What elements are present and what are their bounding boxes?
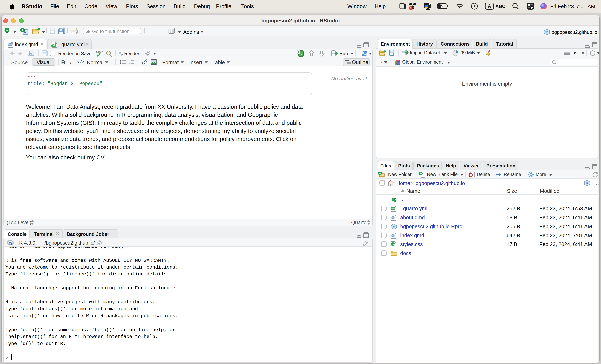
svg-text:ABC: ABC	[95, 50, 103, 54]
svg-text:1: 1	[128, 59, 130, 62]
svg-text:R: R	[9, 241, 13, 246]
svg-text:CSS: CSS	[391, 243, 395, 246]
svg-text:YML: YML	[391, 207, 395, 210]
svg-text:R: R	[393, 225, 395, 228]
svg-text:1: 1	[410, 6, 411, 10]
svg-text:2: 2	[128, 62, 130, 65]
svg-text:YML: YML	[51, 44, 56, 47]
svg-text:A: A	[488, 4, 491, 9]
svg-text:R: R	[586, 182, 588, 185]
svg-text:R: R	[546, 30, 548, 34]
